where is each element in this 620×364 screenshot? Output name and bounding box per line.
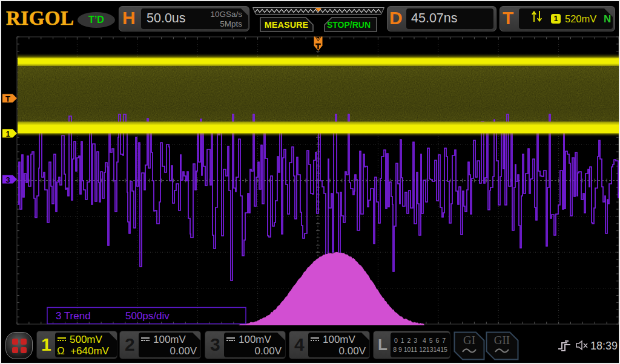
svg-text:3 Trend: 3 Trend: [56, 310, 91, 322]
svg-text:1: 1: [5, 129, 10, 138]
svg-text:STOP/RUN: STOP/RUN: [327, 20, 371, 30]
svg-text:MEASURE: MEASURE: [265, 20, 309, 30]
svg-text:3: 3: [5, 175, 10, 184]
svg-text:GII: GII: [494, 334, 510, 346]
svg-text:T: T: [5, 94, 10, 103]
svg-text:GI: GI: [463, 334, 475, 346]
svg-text:500ps/div: 500ps/div: [125, 310, 170, 322]
